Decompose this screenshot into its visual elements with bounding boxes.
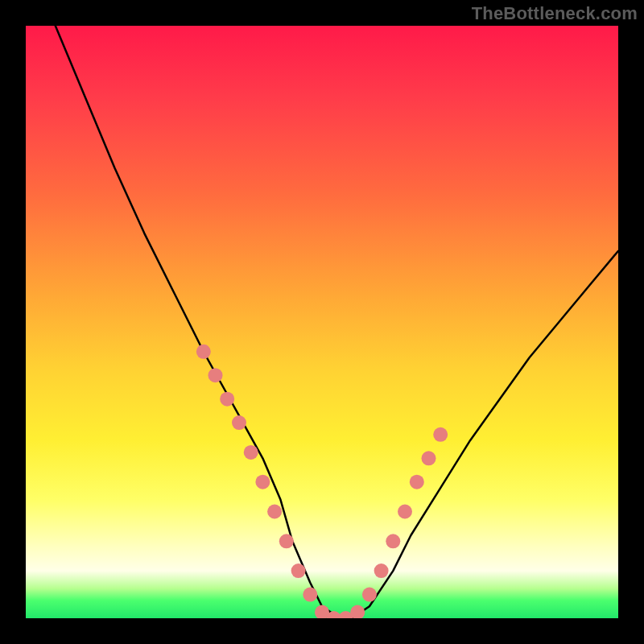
sample-points: [196, 345, 448, 618]
sample-point: [267, 505, 282, 519]
chart-frame: TheBottleneck.com: [0, 0, 644, 644]
sample-point: [398, 505, 412, 519]
sample-point: [244, 445, 258, 460]
sample-point: [386, 534, 400, 548]
sample-point: [303, 588, 317, 602]
plot-area: [26, 26, 618, 618]
sample-point: [433, 427, 448, 442]
sample-point: [422, 451, 436, 465]
sample-point: [196, 345, 211, 359]
bottleneck-curve: [56, 26, 618, 618]
sample-point: [232, 415, 246, 430]
sample-point: [291, 564, 306, 578]
sample-point: [410, 475, 424, 489]
sample-point: [279, 534, 294, 548]
sample-point: [220, 392, 234, 407]
watermark-text: TheBottleneck.com: [472, 3, 638, 24]
chart-svg: [26, 26, 618, 618]
sample-point: [374, 564, 389, 578]
sample-point: [362, 588, 377, 602]
sample-point: [208, 368, 223, 382]
sample-point: [350, 605, 365, 618]
sample-point: [255, 475, 270, 489]
